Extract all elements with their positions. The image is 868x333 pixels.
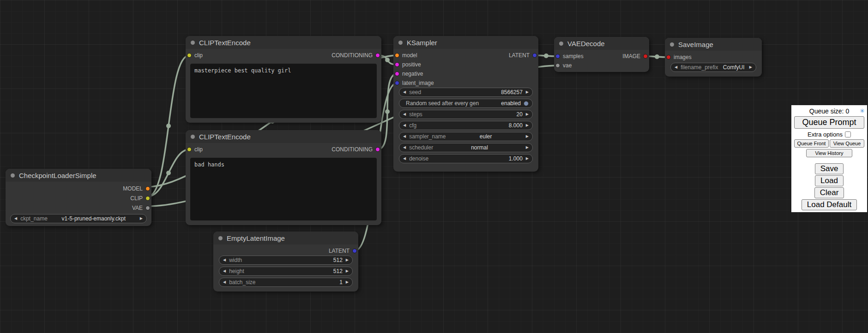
node-empty-latent-image[interactable]: EmptyLatentImage LATENT ◀ width 512 ▶ ◀ … [213, 232, 358, 291]
collapse-dot[interactable] [218, 236, 223, 240]
clear-button[interactable]: Clear [814, 187, 844, 198]
node-title-bar[interactable]: CLIPTextEncode [186, 130, 381, 143]
comfyui-canvas[interactable]: { "colors": { "link": "#99AA99", "model_… [0, 0, 868, 333]
widget-label: height [229, 268, 244, 274]
output-port-conditioning[interactable] [375, 53, 380, 58]
collapse-dot[interactable] [191, 135, 195, 139]
toggle-on-dot[interactable] [524, 101, 529, 106]
widget-batch-size[interactable]: ◀ batch_size 1 ▶ [219, 278, 353, 287]
output-label: LATENT [509, 52, 530, 59]
widget-label: sampler_name [409, 133, 446, 140]
output-port-image[interactable] [643, 54, 648, 59]
decrement-arrow-icon[interactable]: ◀ [675, 65, 677, 69]
node-ksampler[interactable]: KSampler model LATENT positive negative … [393, 36, 538, 172]
collapse-dot[interactable] [670, 42, 674, 47]
output-port-conditioning[interactable] [375, 147, 380, 152]
node-title-bar[interactable]: VAEDecode [554, 37, 649, 50]
increment-arrow-icon[interactable]: ▶ [346, 258, 349, 262]
widget-cfg[interactable]: ◀ cfg 8.000 ▶ [399, 121, 533, 130]
increment-arrow-icon[interactable]: ▶ [526, 124, 529, 127]
widget-sampler-name[interactable]: ◀ sampler_name euler ▶ [399, 132, 533, 141]
decrement-arrow-icon[interactable]: ◀ [403, 90, 406, 94]
collapse-dot[interactable] [11, 173, 15, 178]
input-port-clip[interactable] [187, 53, 192, 58]
extra-options-checkbox[interactable] [845, 131, 851, 137]
widget-ckpt-name[interactable]: ◀ ckpt_name v1-5-pruned-emaonly.ckpt ▶ [10, 214, 147, 223]
widget-random-seed-toggle[interactable]: Random seed after every gen enabled [399, 99, 533, 108]
increment-arrow-icon[interactable]: ▶ [526, 113, 529, 116]
widget-width[interactable]: ◀ width 512 ▶ [219, 256, 353, 265]
increment-arrow-icon[interactable]: ▶ [346, 280, 349, 284]
output-label: MODEL [123, 185, 143, 192]
widget-denoise[interactable]: ◀ denoise 1.000 ▶ [399, 154, 533, 163]
widget-value: 512 [333, 257, 343, 263]
increment-arrow-icon[interactable]: ▶ [526, 157, 529, 161]
node-clip-text-encode-positive[interactable]: CLIPTextEncode clip CONDITIONING masterp… [186, 36, 381, 123]
decrement-arrow-icon[interactable]: ◀ [223, 269, 226, 273]
collapse-dot[interactable] [191, 41, 195, 45]
widget-seed[interactable]: ◀ seed 8566257 ▶ [399, 88, 533, 97]
save-button[interactable]: Save [815, 163, 844, 174]
load-button[interactable]: Load [815, 175, 844, 186]
node-checkpoint-loader-simple[interactable]: CheckpointLoaderSimple MODEL CLIP VAE ◀ … [6, 169, 151, 226]
collapse-dot[interactable] [559, 42, 563, 46]
input-port-negative[interactable] [395, 71, 399, 76]
node-title-bar[interactable]: EmptyLatentImage [213, 232, 358, 244]
increment-arrow-icon[interactable]: ▶ [526, 146, 529, 149]
view-history-button[interactable]: View History [806, 149, 852, 157]
decrement-arrow-icon[interactable]: ◀ [223, 258, 226, 262]
node-vae-decode[interactable]: VAEDecode samples IMAGE vae [554, 37, 649, 72]
input-port-model[interactable] [395, 53, 399, 58]
increment-arrow-icon[interactable]: ▶ [526, 135, 529, 138]
decrement-arrow-icon[interactable]: ◀ [403, 113, 406, 116]
decrement-arrow-icon[interactable]: ◀ [403, 146, 406, 149]
decrement-arrow-icon[interactable]: ◀ [14, 217, 17, 220]
link-midpoint-dot [655, 54, 659, 59]
output-port-latent[interactable] [532, 53, 537, 58]
input-port-latent-image[interactable] [395, 81, 399, 85]
node-title-bar[interactable]: CheckpointLoaderSimple [6, 169, 151, 182]
node-save-image[interactable]: SaveImage images ◀ filename_prefix Comfy… [665, 38, 762, 77]
queue-front-button[interactable]: Queue Front [794, 139, 829, 148]
output-label: IMAGE [622, 53, 640, 59]
output-port-vae[interactable] [145, 206, 150, 210]
node-title-bar[interactable]: CLIPTextEncode [186, 36, 381, 49]
load-default-button[interactable]: Load Default [802, 199, 857, 210]
input-port-vae[interactable] [555, 63, 560, 68]
widget-value: v1-5-pruned-emaonly.ckpt [62, 215, 126, 222]
link-midpoint-dot [166, 171, 171, 175]
menu-drag-header[interactable]: Queue size: 0 ✳ [793, 107, 865, 115]
input-port-images[interactable] [666, 55, 671, 59]
input-port-clip[interactable] [187, 147, 192, 152]
widget-height[interactable]: ◀ height 512 ▶ [219, 267, 353, 276]
input-port-positive[interactable] [395, 62, 399, 67]
increment-arrow-icon[interactable]: ▶ [346, 269, 349, 273]
output-label: VAE [132, 205, 143, 211]
input-port-samples[interactable] [555, 54, 560, 59]
comfy-menu-panel: Queue size: 0 ✳ Queue Prompt Extra optio… [791, 105, 867, 212]
output-port-model[interactable] [145, 186, 150, 191]
prompt-textarea[interactable]: bad hands [190, 158, 377, 220]
decrement-arrow-icon[interactable]: ◀ [403, 157, 406, 161]
decrement-arrow-icon[interactable]: ◀ [223, 280, 226, 284]
output-label: CONDITIONING [332, 52, 373, 59]
view-queue-button[interactable]: View Queue [830, 139, 864, 148]
prompt-textarea[interactable]: masterpiece best quality girl [190, 64, 377, 118]
node-title-bar[interactable]: SaveImage [665, 38, 762, 51]
input-label: images [674, 54, 692, 60]
widget-filename-prefix[interactable]: ◀ filename_prefix ComfyUI ▶ [670, 63, 756, 72]
output-port-clip[interactable] [145, 196, 150, 201]
settings-icon[interactable]: ✳ [860, 107, 865, 114]
increment-arrow-icon[interactable]: ▶ [140, 217, 143, 220]
widget-scheduler[interactable]: ◀ scheduler normal ▶ [399, 143, 533, 152]
node-clip-text-encode-negative[interactable]: CLIPTextEncode clip CONDITIONING bad han… [186, 130, 381, 225]
decrement-arrow-icon[interactable]: ◀ [403, 135, 406, 138]
widget-steps[interactable]: ◀ steps 20 ▶ [399, 110, 533, 119]
output-port-latent[interactable] [352, 249, 357, 253]
node-title-bar[interactable]: KSampler [393, 36, 538, 49]
increment-arrow-icon[interactable]: ▶ [526, 90, 529, 94]
collapse-dot[interactable] [398, 41, 403, 45]
decrement-arrow-icon[interactable]: ◀ [403, 124, 406, 127]
increment-arrow-icon[interactable]: ▶ [749, 65, 752, 69]
queue-prompt-button[interactable]: Queue Prompt [794, 116, 864, 129]
